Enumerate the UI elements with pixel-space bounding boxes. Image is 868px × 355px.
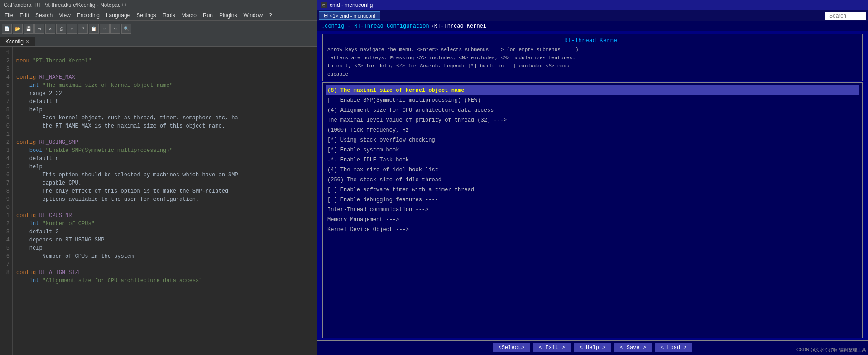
- menu-item-12[interactable]: Inter-Thread communication --->: [326, 205, 859, 215]
- npp-toolbar: 📄 📂 💾 ⊞ ✕ 🖨 ✂ ⎘ 📋 ↩ ↪ 🔍: [0, 21, 317, 37]
- toolbar-open[interactable]: 📂: [13, 24, 23, 34]
- cmd-icon: ⊞: [321, 2, 327, 8]
- tab-kconfig-close[interactable]: ✕: [25, 39, 29, 45]
- npp-menubar: File Edit Search View Encoding Language …: [0, 10, 317, 21]
- cmd-footer: <Select> < Exit > < Help > < Save > < Lo…: [317, 340, 868, 355]
- menu-help[interactable]: ?: [266, 11, 275, 19]
- cmd-window: ⊞ cmd - menuconfig ⊞ <1> cmd - menuconf …: [317, 0, 868, 355]
- menu-language[interactable]: Language: [103, 11, 133, 19]
- menu-item-5[interactable]: [*] Using stack overflow checking: [326, 135, 859, 145]
- toolbar-paste[interactable]: 📋: [89, 24, 99, 34]
- menu-window[interactable]: Window: [240, 11, 265, 19]
- footer-load-btn[interactable]: < Load >: [655, 343, 692, 352]
- menu-settings[interactable]: Settings: [134, 11, 158, 19]
- menu-search[interactable]: Search: [33, 11, 55, 19]
- watermark: CSDN @文水你好啊 编辑整理工具: [796, 347, 866, 353]
- cmd-taskbar: ⊞ <1> cmd - menuconf: [317, 10, 868, 21]
- menu-item-14[interactable]: Kernel Device Object --->: [326, 225, 859, 235]
- toolbar-undo[interactable]: ↩: [100, 24, 110, 34]
- footer-exit-btn[interactable]: < Exit >: [533, 343, 571, 352]
- footer-help-btn[interactable]: < Help >: [574, 343, 611, 352]
- notepad-window: G:\Pandora_RTT\rt-thread\src\Kconfig - N…: [0, 0, 317, 355]
- menu-item-10[interactable]: [ ] Enable software timer with a timer t…: [326, 185, 859, 195]
- footer-select-btn[interactable]: <Select>: [493, 343, 530, 352]
- toolbar-new[interactable]: 📄: [2, 24, 12, 34]
- cmd-info-line-3: to exit, <?> for Help, </> for Search. L…: [327, 62, 858, 70]
- footer-save-btn[interactable]: < Save >: [614, 343, 652, 352]
- cmd-search-input[interactable]: [825, 12, 866, 20]
- toolbar-cut[interactable]: ✂: [67, 24, 77, 34]
- menu-item-9[interactable]: (256) The stack size of idle thread: [326, 175, 859, 185]
- toolbar-save[interactable]: 💾: [24, 24, 34, 34]
- toolbar-saveall[interactable]: ⊞: [34, 24, 44, 34]
- toolbar-redo[interactable]: ↪: [110, 24, 120, 34]
- tab-kconfig-label: Kconfig: [5, 38, 24, 45]
- menu-view[interactable]: View: [56, 11, 73, 19]
- menu-encoding[interactable]: Encoding: [74, 11, 102, 19]
- tab-kconfig[interactable]: Kconfig ✕: [0, 37, 35, 46]
- menu-item-6[interactable]: [*] Enable system hook: [326, 145, 859, 155]
- menu-file[interactable]: File: [2, 11, 16, 19]
- cmd-taskbar-label: <1> cmd - menuconf: [330, 13, 375, 19]
- menu-item-11[interactable]: [ ] Enable debugging features ----: [326, 195, 859, 205]
- menu-macro[interactable]: Macro: [179, 11, 199, 19]
- cmd-taskbar-item[interactable]: ⊞ <1> cmd - menuconf: [319, 11, 380, 20]
- toolbar-copy[interactable]: ⎘: [78, 24, 88, 34]
- toolbar-close[interactable]: ✕: [45, 24, 55, 34]
- menu-item-3[interactable]: The maximal level value of priority of t…: [326, 115, 859, 125]
- breadcrumb-separator: →: [430, 23, 433, 29]
- menu-item-13[interactable]: Memory Management --->: [326, 215, 859, 225]
- cmd-titlebar: ⊞ cmd - menuconfig: [317, 0, 868, 10]
- npp-tabs: Kconfig ✕: [0, 37, 317, 47]
- menu-item-1[interactable]: [ ] Enable SMP(Symmetric multiprocessing…: [326, 95, 859, 105]
- menu-item-2[interactable]: (4) Alignment size for CPU architecture …: [326, 105, 859, 115]
- cmd-title: cmd - menuconfig: [330, 2, 373, 8]
- toolbar-find[interactable]: 🔍: [121, 24, 131, 34]
- cmd-info-title: RT-Thread Kernel: [327, 37, 858, 44]
- toolbar-print[interactable]: 🖨: [56, 24, 66, 34]
- cmd-main-area: RT-Thread Kernel Arrow keys navigate the…: [317, 31, 868, 355]
- menu-plugins[interactable]: Plugins: [216, 11, 240, 19]
- code-editor[interactable]: menu "RT-Thread Kernel" config RT_NAME_M…: [13, 47, 317, 355]
- npp-titlebar: G:\Pandora_RTT\rt-thread\src\Kconfig - N…: [0, 0, 317, 10]
- cmd-info-line-1: Arrow keys navigate the menu. <Enter> se…: [327, 46, 858, 54]
- npp-content: 12345 67890 12345 67890 12345 678 menu "…: [0, 47, 317, 355]
- menu-edit[interactable]: Edit: [17, 11, 32, 19]
- breadcrumb-current: RT-Thread Kernel: [434, 23, 486, 29]
- cmd-info-line-4: capable: [327, 70, 858, 78]
- cmd-taskbar-icon: ⊞: [324, 13, 328, 19]
- menu-run[interactable]: Run: [200, 11, 216, 19]
- cmd-menu-area[interactable]: (8) The maximal size of kernel object na…: [322, 82, 863, 338]
- cmd-breadcrumb: .config - RT-Thread Configuration → RT-T…: [317, 21, 868, 31]
- cmd-info-line-2: letters are hotkeys. Pressing <Y> includ…: [327, 54, 858, 62]
- menu-item-4[interactable]: (1000) Tick frequency, Hz: [326, 125, 859, 135]
- breadcrumb-config-link[interactable]: .config - RT-Thread Configuration: [321, 23, 429, 29]
- menu-item-8[interactable]: (4) The max size of idel hook list: [326, 165, 859, 175]
- line-numbers: 12345 67890 12345 67890 12345 678: [0, 47, 13, 355]
- menu-item-0[interactable]: (8) The maximal size of kernel object na…: [326, 85, 859, 95]
- npp-title: G:\Pandora_RTT\rt-thread\src\Kconfig - N…: [4, 2, 127, 8]
- menu-item-7[interactable]: -*- Enable IDLE Task hook: [326, 155, 859, 165]
- menu-tools[interactable]: Tools: [160, 11, 178, 19]
- cmd-info-box: RT-Thread Kernel Arrow keys navigate the…: [322, 34, 863, 81]
